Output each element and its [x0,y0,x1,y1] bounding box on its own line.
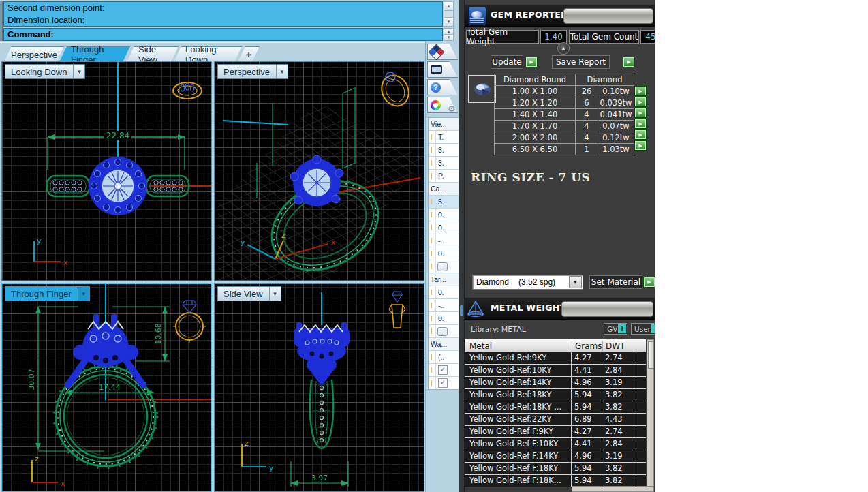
metal-table-scrollbar[interactable] [647,339,654,487]
gv-toggle[interactable]: GV I [604,323,627,335]
scrollbar-thumb[interactable] [648,341,654,369]
props-row-checkbox[interactable]: ✓ [429,377,459,389]
tab-side-view[interactable]: Side View [127,46,179,62]
panel-handle[interactable] [561,301,653,317]
plus-icon: ✚ [246,51,251,59]
chevron-down-icon[interactable]: ▼ [78,287,89,301]
tab-looking-down[interactable]: Looking Down [174,46,242,62]
props-row-button[interactable]: ... [429,260,459,273]
metal-row[interactable]: Yellow Gold-Ref:10KY4.412.84 [465,365,646,377]
set-material-run-button[interactable]: ▶ [643,277,655,288]
props-section-target[interactable]: Tar... [429,273,459,286]
props-row[interactable]: (.. [429,351,459,364]
command-area-grip[interactable] [0,1,3,41]
help-tab[interactable]: ? [427,79,458,95]
gem-row-run-button[interactable]: ▶ [634,86,647,96]
viewport-side-view[interactable]: 3.97 z y [214,283,424,492]
viewport-looking-down[interactable]: 22.84 [1,61,212,281]
props-row-button[interactable]: ... [429,325,459,338]
props-section-viewport[interactable]: Vie... [429,118,459,131]
gem-row-run-button[interactable]: ▶ [634,129,647,140]
panel-handle[interactable] [563,8,653,24]
chevron-down-icon[interactable]: ▼ [276,65,288,78]
gem-row-run-button[interactable]: ▶ [634,97,647,107]
user-toggle[interactable]: User [631,323,655,335]
metal-table-hscrollbar[interactable] [572,486,654,492]
dimension-label: 10.68 [154,323,163,345]
dropdown-arrow-icon[interactable]: ▼ [569,276,582,288]
tab-through-finger[interactable]: Through Finger [59,46,130,62]
metal-row[interactable]: Yellow Gold-Ref F:14KY4.963.19 [465,450,646,463]
props-row[interactable]: 0. [429,209,459,221]
props-row[interactable]: 3. [429,144,459,157]
tab-perspective[interactable]: Perspective [4,46,64,62]
help-icon: ? [431,82,441,93]
metal-row[interactable]: Yellow Gold-Ref:14KY4.963.19 [465,377,646,389]
panel-splitter[interactable] [459,0,464,492]
update-button[interactable]: Update [491,55,523,69]
gear-icon[interactable]: ⚙ [448,104,456,114]
save-report-run-button[interactable]: ▶ [623,57,635,67]
metal-row[interactable]: Yellow Gold-Ref F:18KY5.943.82 [465,463,646,475]
command-spinner[interactable]: ▲ ▼ [444,28,454,41]
gem-row-run-button[interactable]: ▶ [634,140,647,151]
checkbox[interactable]: ✓ [438,365,448,375]
props-row-checkbox[interactable]: ✓ [429,364,459,377]
props-row[interactable]: 3. [429,157,459,170]
gem-table-row[interactable]: 1.40 X 1.4040.041tw [495,108,634,120]
save-report-button[interactable]: Save Report [552,55,610,69]
props-row[interactable]: T. [429,131,459,144]
props-row[interactable]: 0. [429,286,459,299]
metal-row[interactable]: Yellow Gold-Ref:18KY ...5.943.82 [465,401,646,414]
props-row[interactable]: -.. [429,234,459,247]
spinner-up-icon[interactable]: ▲ [444,29,453,35]
command-history[interactable]: Second dimension point: Dimension locati… [3,1,443,27]
update-run-button[interactable]: ▶ [525,57,538,67]
chevron-down-icon[interactable]: ▼ [269,287,281,301]
metal-weights-header[interactable]: METAL WEIGHTS [465,298,655,320]
viewport-title-side-view[interactable]: Side View▼ [217,286,281,301]
scroll-up-icon[interactable]: ▲ [444,2,453,11]
gem-row-run-button[interactable]: ▶ [634,108,647,118]
viewport-perspective[interactable]: y z x Perspective▼ [214,61,424,281]
viewport-through-finger[interactable]: 10.68 30.07 17.44 [1,283,212,492]
metal-row[interactable]: Yellow Gold-Ref F:10KY4.412.84 [465,438,646,450]
display-tab[interactable] [427,61,458,78]
gem-table-row[interactable]: 1.00 X 1.00260.10tw [495,85,634,97]
command-input[interactable]: Command: [3,28,443,41]
metal-row[interactable]: Yellow Gold-Ref F:18K...5.943.82 [465,475,646,487]
props-row[interactable]: -.. [429,299,459,312]
scroll-down-icon[interactable]: ▼ [444,17,453,26]
material-select[interactable]: Diamond (3.52 spg) ▼ [472,275,583,290]
set-material-button[interactable]: Set Material [589,275,642,289]
gem-type-icon-box[interactable] [468,75,496,103]
props-row[interactable]: P. [429,170,459,183]
metal-row[interactable]: Yellow Gold-Ref F:9KY4.272.74 [465,426,646,438]
gem-reporter-header[interactable]: GEM REPORTER [465,5,655,27]
metal-row[interactable]: Yellow Gold-Ref:9KY4.272.74 [465,352,646,365]
checkbox[interactable]: ✓ [438,378,448,388]
props-row[interactable]: 0. [429,221,459,234]
spinner-down-icon[interactable]: ▼ [444,35,453,40]
viewport-title-through-finger[interactable]: Through Finger▼ [5,286,90,301]
gem-table-row[interactable]: 2.00 X 2.0040.12tw [495,132,634,143]
props-section-camera[interactable]: Ca... [429,183,459,196]
metal-row[interactable]: Yellow Gold-Ref:22KY6.894.43 [465,414,646,426]
viewport-title-perspective[interactable]: Perspective▼ [217,64,288,79]
gem-table-row[interactable]: 6.50 X 6.5011.03tw [495,143,634,155]
props-row-selected[interactable]: 5. [429,196,459,209]
props-row[interactable]: 0. [429,247,459,260]
props-section-wallpaper[interactable]: Wa... [429,338,459,351]
gem-row-run-button[interactable]: ▶ [634,119,647,129]
collapse-button[interactable]: ▲ [557,42,570,55]
properties-tab[interactable] [427,44,458,60]
props-row[interactable]: 0. [429,312,459,325]
tab-add-button[interactable]: ✚ [238,46,260,62]
gem-table-row[interactable]: 1.20 X 1.2060.039tw [495,97,634,108]
command-history-scrollbar[interactable]: ▲ ▼ [444,1,454,27]
viewport-title-looking-down[interactable]: Looking Down▼ [5,64,85,79]
chevron-down-icon[interactable]: ▼ [73,65,84,78]
gem-table-row[interactable]: 1.70 X 1.7040.07tw [495,120,634,132]
metal-row[interactable]: Yellow Gold-Ref:18KY5.943.82 [465,389,646,401]
splitter-handle-icon[interactable] [460,305,463,316]
